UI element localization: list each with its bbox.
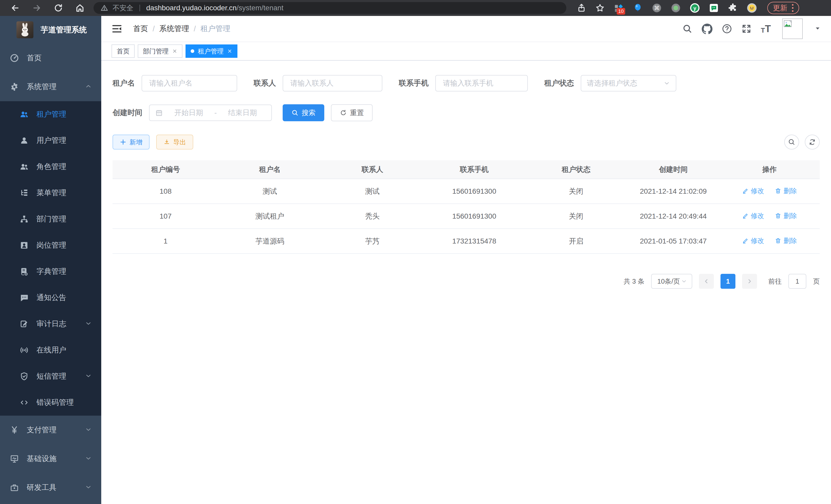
browser-update-button[interactable]: 更新 [767,2,799,14]
sidebar-item-roles[interactable]: 角色管理 [0,154,101,180]
page-size-select[interactable]: 10条/页 [651,274,692,289]
prev-page-button[interactable] [699,274,714,289]
tenant-name-input[interactable] [142,75,237,91]
header: 首页 / 系统管理 / 租户管理 TT [101,16,831,41]
breadcrumb-home[interactable]: 首页 [133,24,148,34]
extension-badge: 10 [617,8,625,14]
page-suffix: 页 [813,277,820,286]
add-button[interactable]: 新增 [113,135,149,149]
status-label: 租户状态 [544,78,574,88]
avatar-caret-icon[interactable] [814,25,821,32]
delete-link[interactable]: 删除 [775,186,797,196]
breadcrumb-system[interactable]: 系统管理 [159,24,189,34]
sidebar-item-online[interactable]: 在线用户 [0,337,101,363]
user-avatar[interactable] [782,19,803,39]
chevron-down-icon [85,372,92,380]
extension-y-icon[interactable]: y [690,3,700,13]
help-icon[interactable] [722,24,732,34]
page-number-1[interactable]: 1 [720,274,736,289]
fullscreen-icon[interactable] [741,24,752,34]
github-icon[interactable] [702,23,713,34]
share-icon[interactable] [577,3,586,13]
tab-tenant[interactable]: 租户管理 [185,45,237,58]
system-submenu: 租户管理 用户管理 角色管理 菜单管理 部门管理 [0,101,101,416]
svg-text:⌘: ⌘ [654,5,660,11]
briefcase-icon [9,483,20,492]
broken-image-icon [784,20,793,28]
sidebar-item-dict[interactable]: 字典管理 [0,259,101,285]
sidebar-item-pay[interactable]: 支付管理 [0,416,101,444]
sidebar-item-menus[interactable]: 菜单管理 [0,180,101,206]
date-range-picker[interactable]: 开始日期 - 结束日期 [149,105,272,121]
tenant-table: 租户编号 租户名 联系人 联系手机 租户状态 创建时间 操作 108 测试 测试 [113,160,820,254]
sidebar-collapse-icon[interactable] [112,23,122,34]
edit-link[interactable]: 修改 [742,186,764,196]
menu-tree-icon [19,188,29,198]
extension-command-icon[interactable]: ⌘ [652,3,662,13]
forward-icon[interactable] [32,3,41,13]
mobile-input[interactable] [435,75,528,91]
status-select[interactable]: 请选择租户状态 [581,75,676,91]
sidebar-item-users[interactable]: 用户管理 [0,127,101,154]
monitor-icon [9,454,20,464]
sidebar-item-errorcode[interactable]: 错误码管理 [0,389,101,416]
chevron-up-icon [85,83,92,91]
col-tenant-id: 租户编号 [113,160,219,179]
sidebar-item-depts[interactable]: 部门管理 [0,206,101,232]
app-title: 芋道管理系统 [40,25,87,35]
extensions-puzzle-icon[interactable] [728,3,738,13]
pagination: 共 3 条 10条/页 1 前往 页 [113,274,820,289]
extension-chat-icon[interactable] [709,3,719,13]
close-icon[interactable] [172,49,177,54]
url-bar[interactable]: 不安全 dashboard.yudao.iocoder.cn/system/te… [93,2,566,14]
refresh-table-icon[interactable] [805,135,820,149]
contact-label: 联系人 [254,78,276,88]
delete-link[interactable]: 删除 [775,211,797,220]
code-icon [19,398,29,407]
user-icon [19,136,29,145]
tab-dept[interactable]: 部门管理 [138,45,182,58]
sidebar-item-home[interactable]: 首页 [0,44,101,72]
sidebar-item-system[interactable]: 系统管理 [0,72,101,101]
contact-input[interactable] [283,75,382,91]
extension-balloon-icon[interactable] [633,3,643,13]
sidebar-item-devtools[interactable]: 研发工具 [0,473,101,502]
edit-link[interactable]: 修改 [742,236,764,245]
col-contact: 联系人 [321,160,424,179]
sidebar-item-audit[interactable]: 审计日志 [0,311,101,337]
next-page-button[interactable] [742,274,757,289]
profile-avatar-icon[interactable] [747,3,757,13]
edit-link[interactable]: 修改 [742,211,764,220]
sidebar-item-notice[interactable]: 通知公告 [0,285,101,311]
reload-icon[interactable] [53,3,63,13]
delete-link[interactable]: 删除 [775,236,797,245]
chevron-down-icon [85,426,92,434]
sidebar-item-sms[interactable]: 短信管理 [0,363,101,389]
sidebar-item-tenant[interactable]: 租户管理 [0,101,101,127]
extension-recorder-icon[interactable] [671,3,681,13]
yen-icon [9,425,20,435]
bookmark-star-icon[interactable] [595,3,605,13]
edit-log-icon [19,319,29,329]
header-search-icon[interactable] [682,24,692,34]
font-size-icon[interactable]: TT [761,24,771,34]
sidebar-item-infra[interactable]: 基础设施 [0,444,101,473]
sidebar-item-posts[interactable]: 岗位管理 [0,232,101,259]
tab-home[interactable]: 首页 [112,45,135,58]
back-icon[interactable] [10,3,20,13]
extension-tag-assistant-icon[interactable]: 10 [613,3,624,13]
status-text: 开启 [525,229,627,254]
toggle-search-icon[interactable] [784,135,799,149]
omnibox-divider [140,5,140,11]
search-button[interactable]: 搜索 [283,104,324,121]
home-icon[interactable] [75,3,85,13]
app-logo: 芋道管理系统 [0,16,101,44]
chevron-down-icon [85,455,92,463]
table-row: 1 芋道源码 芋艿 17321315478 开启 2021-01-05 17:0… [113,229,820,254]
reset-button[interactable]: 重置 [331,104,373,121]
goto-page-input[interactable] [789,274,806,289]
export-button[interactable]: 导出 [156,135,193,149]
browser-menu-icon[interactable] [792,4,794,12]
plus-icon [120,139,126,145]
close-icon[interactable] [227,49,232,54]
